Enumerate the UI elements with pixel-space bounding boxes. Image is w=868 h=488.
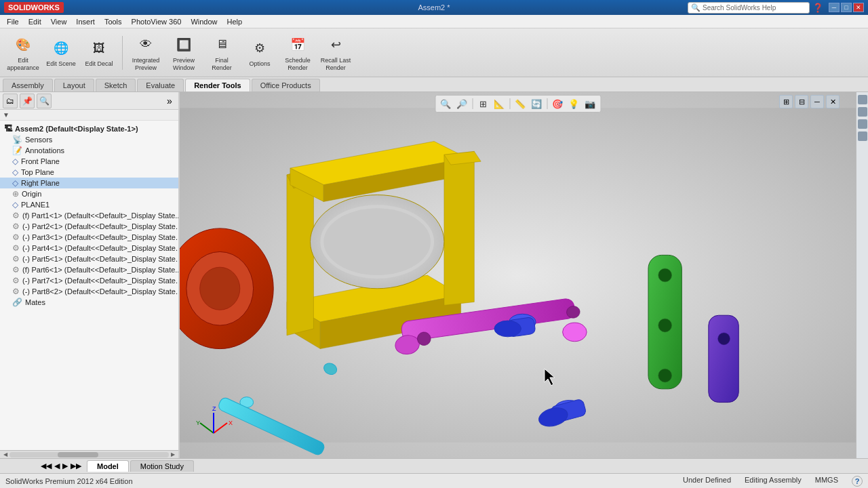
- menu-photoview[interactable]: PhotoView 360: [127, 16, 186, 27]
- right-icon-2[interactable]: [858, 107, 867, 117]
- tree-top-plane[interactable]: ◇ Top Plane: [0, 167, 178, 178]
- tree-annotations[interactable]: 📝 Annotations: [0, 145, 178, 156]
- menu-view[interactable]: View: [47, 16, 71, 27]
- search-input[interactable]: [703, 4, 797, 12]
- feature-tree: 🏗 Assem2 (Default<Display State-1>) 📡 Se…: [0, 121, 178, 450]
- status-defined: Under Defined: [683, 476, 731, 487]
- tab-assembly[interactable]: Assembly: [3, 79, 53, 92]
- vp-camera[interactable]: 📷: [583, 97, 597, 110]
- toolbar-preview-window[interactable]: 🔲 Preview Window: [166, 32, 201, 74]
- minimize-button[interactable]: ─: [829, 3, 840, 12]
- scroll-right-arrow[interactable]: ▶: [169, 451, 177, 459]
- panel-expand-button[interactable]: »: [163, 95, 176, 107]
- scroll-track[interactable]: [9, 452, 169, 458]
- vp-normalize[interactable]: ⊟: [795, 95, 808, 108]
- tree-plane1[interactable]: ◇ PLANE1: [0, 199, 178, 210]
- tree-right-plane[interactable]: ◇ Right Plane: [0, 178, 178, 188]
- tree-part1[interactable]: ⚙ (f) Part1<1> (Default<<Default>_Displa…: [0, 210, 178, 221]
- tree-mates-icon: 🔗: [12, 298, 22, 307]
- svg-point-28: [658, 319, 672, 332]
- toolbar-edit-scene[interactable]: 🌐 Edit Scene: [43, 32, 79, 74]
- vp-lights[interactable]: 💡: [566, 97, 581, 110]
- toolbar-edit-appearance[interactable]: 🎨 Edit appearance: [5, 32, 41, 74]
- edit-appearance-label: Edit appearance: [7, 57, 39, 72]
- search-bar[interactable]: 🔍: [688, 2, 810, 14]
- viewport[interactable]: 🔍 🔎 ⊞ 📐 📏 🔄 🎯 💡 📷 ⊞ ⊟ ─ ✕: [180, 92, 856, 458]
- toolbar-schedule-render[interactable]: 📅 Schedule Render: [280, 32, 315, 74]
- vp-appearance[interactable]: 🎯: [550, 97, 565, 110]
- search-icon: 🔍: [691, 3, 701, 12]
- bottom-tab-motion-study[interactable]: Motion Study: [130, 460, 194, 472]
- panel-dropdown-arrow[interactable]: ▼: [3, 111, 9, 119]
- tree-front-plane[interactable]: ◇ Front Plane: [0, 156, 178, 167]
- bottom-scroll-fwd[interactable]: ▶: [62, 462, 68, 470]
- menu-insert[interactable]: Insert: [72, 16, 99, 27]
- integrated-preview-icon: 👁: [135, 34, 157, 56]
- right-icon-4[interactable]: [858, 131, 867, 141]
- vp-sep-2: [509, 98, 510, 109]
- tree-origin[interactable]: ⊕ Origin: [0, 188, 178, 199]
- tree-part4[interactable]: ⚙ (-) Part4<1> (Default<<Default>_Displa…: [0, 243, 178, 253]
- tree-sensors[interactable]: 📡 Sensors: [0, 134, 178, 145]
- vp-zoom-out[interactable]: 🔎: [454, 97, 469, 110]
- tab-render-tools[interactable]: Render Tools: [185, 79, 250, 92]
- menu-window[interactable]: Window: [186, 16, 221, 27]
- tree-part8[interactable]: ⚙ (-) Part8<2> (Default<<Default>_Displa…: [0, 286, 178, 297]
- panel-icon-3[interactable]: 🔍: [37, 94, 52, 108]
- tree-origin-icon: ⊕: [12, 189, 19, 199]
- vp-display-style[interactable]: 📏: [513, 97, 528, 110]
- vp-close-view[interactable]: ✕: [826, 95, 840, 108]
- 3d-scene: [180, 92, 856, 458]
- horizontal-scrollbar[interactable]: ◀ ▶: [0, 450, 178, 458]
- vp-rotate[interactable]: 🔄: [529, 97, 544, 110]
- tree-annotations-icon: 📝: [12, 146, 22, 155]
- tree-part4-icon: ⚙: [12, 243, 20, 253]
- scroll-left-arrow[interactable]: ◀: [1, 451, 9, 459]
- tree-mates[interactable]: 🔗 Mates: [0, 297, 178, 308]
- vp-zoom-in[interactable]: 🔍: [438, 97, 453, 110]
- tree-part2[interactable]: ⚙ (-) Part2<1> (Default<<Default>_Displa…: [0, 221, 178, 232]
- vp-maximize[interactable]: ⊞: [779, 95, 793, 108]
- tab-evaluate[interactable]: Evaluate: [137, 79, 184, 92]
- sw-logo: SOLIDWORKS: [4, 2, 64, 13]
- bottom-scroll-left[interactable]: ◀◀: [41, 462, 52, 470]
- help-icon[interactable]: ❓: [812, 3, 823, 13]
- bottom-scroll-back[interactable]: ◀: [54, 462, 60, 470]
- vp-minimize-view[interactable]: ─: [810, 95, 824, 108]
- tab-office-products[interactable]: Office Products: [252, 79, 320, 92]
- panel-toolbar: 🗂 📌 🔍 »: [0, 92, 178, 110]
- tab-sketch[interactable]: Sketch: [96, 79, 136, 92]
- menu-file[interactable]: File: [3, 16, 23, 27]
- panel-icon-1[interactable]: 🗂: [3, 94, 18, 108]
- scroll-thumb[interactable]: [58, 452, 98, 458]
- bottom-tab-model[interactable]: Model: [87, 460, 129, 472]
- toolbar-final-render[interactable]: 🖥 Final Render: [204, 32, 239, 74]
- tab-layout[interactable]: Layout: [54, 79, 94, 92]
- toolbar-integrated-preview[interactable]: 👁 Integrated Preview: [128, 32, 163, 74]
- menu-help[interactable]: Help: [223, 16, 247, 27]
- tree-plane1-icon: ◇: [12, 200, 18, 209]
- toolbar-options[interactable]: ⚙ Options: [242, 32, 277, 74]
- status-help[interactable]: ?: [852, 476, 863, 487]
- right-side-panel: [856, 92, 868, 458]
- tree-part5[interactable]: ⚙ (-) Part5<1> (Default<<Default>_Displa…: [0, 253, 178, 264]
- toolbar-edit-decal[interactable]: 🖼 Edit Decal: [81, 32, 117, 74]
- toolbar-recall-last-render[interactable]: ↩ Recall Last Render: [318, 32, 353, 74]
- vp-section[interactable]: 📐: [492, 97, 507, 110]
- edit-decal-icon: 🖼: [88, 37, 110, 59]
- right-icon-1[interactable]: [858, 95, 867, 104]
- tree-root[interactable]: 🏗 Assem2 (Default<Display State-1>): [0, 123, 178, 134]
- menu-edit[interactable]: Edit: [24, 16, 45, 27]
- preview-window-icon: 🔲: [173, 34, 195, 56]
- tree-part3[interactable]: ⚙ (-) Part3<1> (Default<<Default>_Displa…: [0, 232, 178, 243]
- tree-part6[interactable]: ⚙ (f) Part6<1> (Default<<Default>_Displa…: [0, 264, 178, 275]
- panel-icon-2[interactable]: 📌: [20, 94, 35, 108]
- bottom-scroll-right[interactable]: ▶▶: [71, 462, 81, 470]
- vp-view-orient[interactable]: ⊞: [475, 97, 490, 110]
- tree-mates-label: Mates: [25, 298, 45, 306]
- tree-part7[interactable]: ⚙ (-) Part7<1> (Default<<Default>_Displa…: [0, 275, 178, 286]
- close-button[interactable]: ✕: [853, 3, 864, 12]
- menu-tools[interactable]: Tools: [100, 16, 126, 27]
- right-icon-3[interactable]: [858, 119, 867, 129]
- restore-button[interactable]: □: [841, 3, 852, 12]
